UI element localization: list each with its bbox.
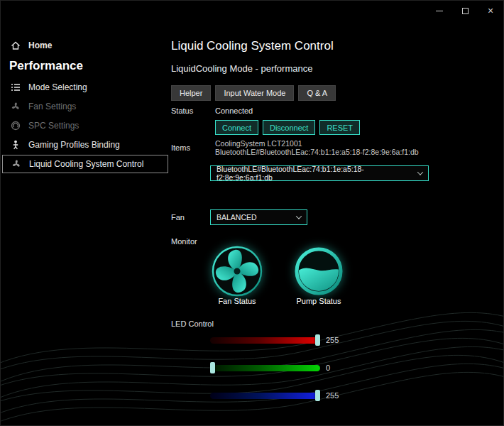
sidebar-item-mode-selecting[interactable]: Mode Selecting [2, 78, 168, 97]
list-icon [9, 82, 22, 93]
connection-buttons: Connect Disconnect RESET [215, 120, 360, 135]
green-slider-thumb[interactable] [210, 362, 215, 373]
led-control-label: LED Control [171, 320, 214, 328]
fan-label: Fan [171, 213, 185, 222]
sidebar: Home Performance Mode Selecting [1, 21, 170, 425]
toolbar: Helper Input Water Mode Q & A [171, 85, 336, 101]
gauge-icon [9, 120, 22, 131]
red-slider-value: 255 [326, 336, 339, 344]
blue-slider: 255 [210, 390, 359, 401]
page-title: Liquid Cooling System Control [171, 39, 334, 53]
maximize-icon [462, 8, 469, 14]
sidebar-item-home[interactable]: Home [2, 36, 168, 55]
window-controls: × [427, 1, 503, 21]
sidebar-section-title: Performance [9, 59, 83, 73]
sidebar-item-label: Gaming Profiles Binding [28, 140, 120, 150]
blue-slider-thumb[interactable] [315, 390, 320, 401]
home-icon [9, 40, 22, 51]
disconnect-button[interactable]: Disconnect [263, 120, 315, 135]
status-label: Status [171, 106, 193, 115]
close-button[interactable]: × [478, 1, 503, 21]
maximize-button[interactable] [452, 1, 478, 21]
main-content: Liquid Cooling System Control LiquidCool… [170, 21, 503, 425]
status-value: Connected [215, 106, 253, 115]
monitor-label: Monitor [171, 237, 197, 246]
device-select[interactable]: BluetoothLE#BluetoothLEac:74:b1:1e:a5:18… [210, 165, 429, 181]
qa-button[interactable]: Q & A [298, 85, 336, 101]
close-icon: × [488, 5, 493, 16]
sidebar-item-liquid-cooling[interactable]: Liquid Cooling System Control [2, 155, 168, 173]
fan-icon [10, 158, 23, 170]
fan-mode-value: BALANCED [217, 213, 257, 222]
fan-status-label: Fan Status [195, 297, 280, 305]
fan-icon [9, 101, 22, 112]
titlebar: × [1, 1, 503, 21]
sidebar-item-fan-settings[interactable]: Fan Settings [2, 97, 168, 116]
red-slider-thumb[interactable] [315, 334, 320, 346]
app-window: × Home Performance Mode Selecting [0, 0, 504, 426]
green-slider: 0 [210, 362, 359, 373]
minimize-button[interactable] [427, 1, 452, 21]
fan-mode-select[interactable]: BALANCED [210, 209, 307, 225]
input-water-mode-button[interactable]: Input Water Mode [215, 85, 294, 101]
connect-button[interactable]: Connect [215, 120, 258, 135]
fan-status-gauge [211, 245, 263, 297]
sidebar-item-spc-settings[interactable]: SPC Settings [2, 116, 168, 135]
sidebar-item-label: SPC Settings [28, 121, 79, 131]
items-label: Items [171, 143, 190, 152]
pump-status-gauge [292, 245, 345, 297]
sidebar-item-label: Fan Settings [28, 102, 76, 111]
sidebar-item-label: Mode Selecting [28, 82, 87, 92]
red-slider: 255 [210, 334, 359, 346]
pump-status-label: Pump Status [276, 297, 361, 305]
sidebar-item-gaming-profiles[interactable]: Gaming Profiles Binding [2, 136, 168, 154]
helper-button[interactable]: Helper [171, 85, 211, 101]
gaming-profile-icon [9, 139, 22, 151]
minimize-icon [436, 11, 443, 11]
page-subtitle: LiquidCooling Mode - performance [171, 63, 312, 74]
device-select-value: BluetoothLE#BluetoothLEac:74:b1:1e:a5:18… [217, 165, 418, 182]
green-slider-value: 0 [326, 364, 330, 372]
chevron-down-icon [417, 169, 423, 175]
device-name-text: CoolingSystem LCT21001 [215, 139, 302, 148]
red-slider-track[interactable] [210, 337, 320, 344]
blue-slider-value: 255 [326, 391, 339, 400]
sidebar-item-label: Liquid Cooling System Control [29, 159, 143, 169]
reset-button[interactable]: RESET [319, 120, 360, 135]
device-address-text: BluetoothLE#BluetoothLEac:74:b1:1e:a5:18… [215, 148, 419, 156]
chevron-down-icon [296, 213, 302, 219]
green-slider-track[interactable] [210, 365, 320, 371]
sidebar-home-label: Home [28, 40, 52, 50]
blue-slider-track[interactable] [210, 393, 320, 399]
